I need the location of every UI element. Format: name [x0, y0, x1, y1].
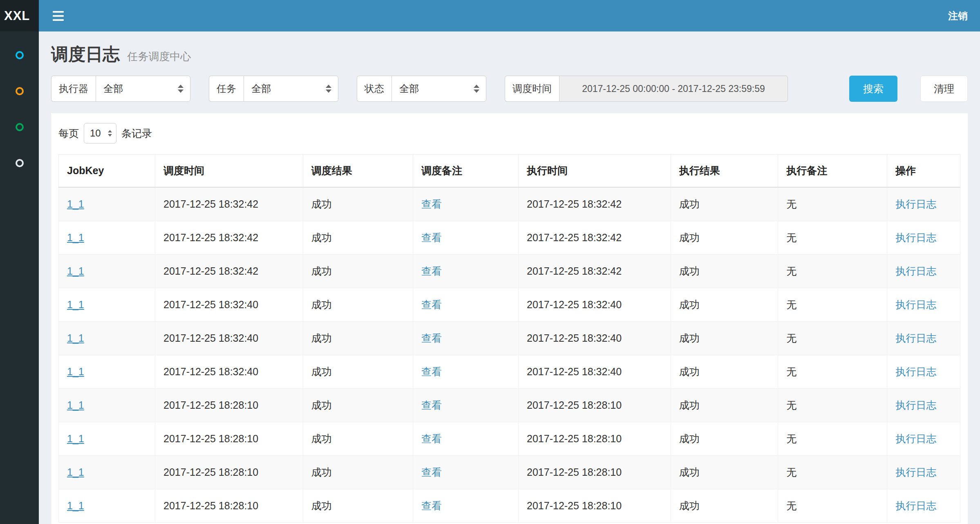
trigger-result-cell: 成功 — [303, 255, 413, 288]
trigger-result-cell: 成功 — [303, 187, 413, 221]
table-row: 1_1 2017-12-25 18:28:10 成功 查看 2017-12-25… — [59, 489, 960, 523]
jobkey-link[interactable]: 1_1 — [67, 366, 84, 377]
circle-outline-icon — [16, 87, 24, 95]
sidebar-item-1[interactable] — [0, 37, 39, 73]
trigger-time-cell: 2017-12-25 18:32:40 — [155, 288, 303, 322]
jobkey-link[interactable]: 1_1 — [67, 332, 84, 344]
job-select[interactable]: 全部 — [244, 76, 338, 102]
view-trigger-msg-link[interactable]: 查看 — [421, 265, 442, 277]
sidebar-toggle-button[interactable] — [51, 8, 65, 24]
page-size-suffix: 条记录 — [121, 127, 152, 140]
log-table-body: 1_1 2017-12-25 18:32:42 成功 查看 2017-12-25… — [59, 187, 960, 523]
table-header-row: JobKey调度时间调度结果调度备注执行时间执行结果执行备注操作 — [59, 155, 960, 188]
sidebar-item-2[interactable] — [0, 73, 39, 109]
action-cell: 执行日志 — [887, 322, 960, 355]
exec-log-link[interactable]: 执行日志 — [895, 265, 936, 277]
jobkey-cell: 1_1 — [59, 489, 155, 523]
handle-result-cell: 成功 — [671, 255, 778, 288]
page-size-select[interactable]: 10 — [84, 123, 116, 143]
sidebar-item-4[interactable] — [0, 145, 39, 181]
exec-log-link[interactable]: 执行日志 — [895, 198, 936, 210]
exec-log-link[interactable]: 执行日志 — [895, 299, 936, 310]
trigger-time-cell: 2017-12-25 18:32:42 — [155, 221, 303, 255]
trigger-result-cell: 成功 — [303, 288, 413, 322]
view-trigger-msg-link[interactable]: 查看 — [421, 232, 442, 243]
exec-log-link[interactable]: 执行日志 — [895, 466, 936, 478]
view-trigger-msg-link[interactable]: 查看 — [421, 466, 442, 478]
view-trigger-msg-link[interactable]: 查看 — [421, 433, 442, 444]
view-trigger-msg-link[interactable]: 查看 — [421, 299, 442, 310]
table-row: 1_1 2017-12-25 18:28:10 成功 查看 2017-12-25… — [59, 456, 960, 489]
trigger-time-range-input[interactable]: 2017-12-25 00:00:00 - 2017-12-25 23:59:5… — [559, 76, 788, 102]
trigger-msg-cell: 查看 — [413, 422, 518, 456]
jobkey-link[interactable]: 1_1 — [67, 265, 84, 277]
handle-result-cell: 成功 — [671, 187, 778, 221]
handle-result-cell: 成功 — [671, 221, 778, 255]
jobkey-link[interactable]: 1_1 — [67, 500, 84, 511]
trigger-msg-cell: 查看 — [413, 187, 518, 221]
jobkey-link[interactable]: 1_1 — [67, 433, 84, 444]
column-header-7: 操作 — [887, 155, 960, 188]
handle-time-cell: 2017-12-25 18:32:42 — [519, 187, 671, 221]
status-select[interactable]: 全部 — [392, 76, 486, 102]
table-row: 1_1 2017-12-25 18:32:42 成功 查看 2017-12-25… — [59, 255, 960, 288]
trigger-result-cell: 成功 — [303, 456, 413, 489]
view-trigger-msg-link[interactable]: 查看 — [421, 198, 442, 210]
jobkey-cell: 1_1 — [59, 456, 155, 489]
jobkey-link[interactable]: 1_1 — [67, 466, 84, 478]
sidebar-item-3[interactable] — [0, 109, 39, 145]
view-trigger-msg-link[interactable]: 查看 — [421, 332, 442, 344]
exec-log-link[interactable]: 执行日志 — [895, 232, 936, 243]
hamburger-icon — [53, 11, 64, 13]
page-header: 调度日志 任务调度中心 — [51, 43, 968, 66]
jobkey-cell: 1_1 — [59, 322, 155, 355]
handle-time-cell: 2017-12-25 18:28:10 — [519, 422, 671, 456]
app-logo[interactable]: XXL — [0, 0, 39, 31]
page-title: 调度日志 — [51, 45, 120, 64]
trigger-msg-cell: 查看 — [413, 255, 518, 288]
handle-msg-cell: 无 — [778, 187, 887, 221]
circle-outline-icon — [16, 159, 24, 167]
view-trigger-msg-link[interactable]: 查看 — [421, 500, 442, 511]
exec-log-link[interactable]: 执行日志 — [895, 332, 936, 344]
handle-result-cell: 成功 — [671, 422, 778, 456]
exec-log-link[interactable]: 执行日志 — [895, 366, 936, 377]
handle-time-cell: 2017-12-25 18:32:40 — [519, 288, 671, 322]
column-header-2: 调度结果 — [303, 155, 413, 188]
search-button[interactable]: 搜索 — [849, 76, 897, 102]
clear-button[interactable]: 清理 — [920, 76, 968, 102]
jobkey-cell: 1_1 — [59, 422, 155, 456]
exec-log-link[interactable]: 执行日志 — [895, 433, 936, 444]
jobkey-link[interactable]: 1_1 — [67, 232, 84, 243]
exec-log-link[interactable]: 执行日志 — [895, 500, 936, 511]
jobkey-link[interactable]: 1_1 — [67, 399, 84, 411]
trigger-time-cell: 2017-12-25 18:32:40 — [155, 322, 303, 355]
jobkey-cell: 1_1 — [59, 288, 155, 322]
trigger-time-cell: 2017-12-25 18:28:10 — [155, 422, 303, 456]
view-trigger-msg-link[interactable]: 查看 — [421, 399, 442, 411]
action-cell: 执行日志 — [887, 355, 960, 389]
jobkey-link[interactable]: 1_1 — [67, 299, 84, 310]
logout-link[interactable]: 注销 — [948, 9, 968, 22]
handle-time-cell: 2017-12-25 18:32:42 — [519, 221, 671, 255]
trigger-time-cell: 2017-12-25 18:28:10 — [155, 489, 303, 523]
view-trigger-msg-link[interactable]: 查看 — [421, 366, 442, 377]
jobkey-link[interactable]: 1_1 — [67, 198, 84, 210]
page-size-prefix: 每页 — [58, 127, 79, 140]
log-table-head: JobKey调度时间调度结果调度备注执行时间执行结果执行备注操作 — [59, 155, 960, 188]
handle-time-cell: 2017-12-25 18:32:40 — [519, 355, 671, 389]
filter-toolbar: 执行器 全部 任务 全部 状态 全部 — [51, 76, 968, 102]
page-size-value: 10 — [90, 128, 101, 139]
circle-outline-icon — [16, 51, 24, 59]
status-filter-label: 状态 — [357, 76, 392, 102]
handle-result-cell: 成功 — [671, 489, 778, 523]
sidebar — [0, 31, 39, 524]
handle-msg-cell: 无 — [778, 255, 887, 288]
trigger-msg-cell: 查看 — [413, 389, 518, 422]
executor-select[interactable]: 全部 — [96, 76, 190, 102]
handle-time-cell: 2017-12-25 18:32:42 — [519, 255, 671, 288]
exec-log-link[interactable]: 执行日志 — [895, 399, 936, 411]
circle-outline-icon — [16, 123, 24, 131]
select-stepper-icon — [474, 85, 479, 93]
job-filter-group: 任务 全部 — [209, 76, 338, 102]
